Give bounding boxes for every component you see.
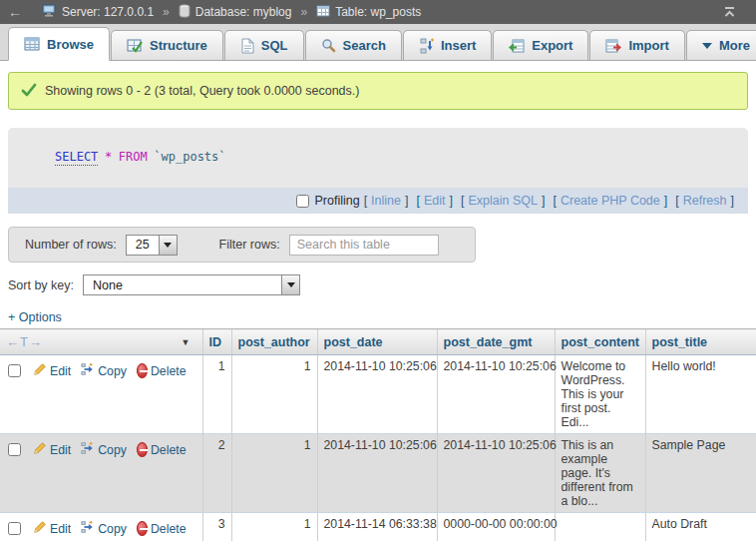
tab-insert[interactable]: Insert xyxy=(403,30,492,60)
edit-pencil-icon[interactable] xyxy=(33,520,47,537)
bracket: ] xyxy=(731,194,734,208)
tab-label: Search xyxy=(343,38,386,53)
table-row: Edit Copy Delete 1 1 2014-11-10 10:25:06… xyxy=(0,355,756,434)
cell-post-date-gmt: 0000-00-00 00:00:00 xyxy=(437,513,555,541)
breadcrumb-database[interactable]: Database: myblog xyxy=(179,4,292,21)
server-icon xyxy=(42,4,57,21)
tab-more[interactable]: More xyxy=(686,30,756,60)
tab-import[interactable]: Import xyxy=(589,30,684,60)
tab-bar: Browse Structure SQL Search Insert Expor… xyxy=(0,24,756,61)
copy-row-link[interactable]: Copy xyxy=(98,522,127,536)
breadcrumb-server[interactable]: Server: 127.0.0.1 xyxy=(42,4,154,21)
cell-post-date-gmt: 2014-11-10 10:25:06 xyxy=(437,355,555,434)
sql-table-name: `wp_posts` xyxy=(154,150,225,164)
cell-post-title: Hello world! xyxy=(645,355,756,434)
sort-key-select[interactable]: None xyxy=(83,274,300,295)
tab-browse[interactable]: Browse xyxy=(8,27,110,61)
column-reorder-handle[interactable]: ←T→ xyxy=(6,334,43,349)
edit-query-link[interactable]: Edit xyxy=(424,194,446,208)
delete-row-link[interactable]: Delete xyxy=(151,522,187,536)
tab-export[interactable]: Export xyxy=(493,30,588,60)
refresh-link[interactable]: Refresh xyxy=(683,194,727,208)
explain-sql-link[interactable]: Explain SQL xyxy=(468,194,537,208)
edit-pencil-icon[interactable] xyxy=(33,362,47,379)
success-check-icon xyxy=(21,83,37,100)
copy-row-icon[interactable] xyxy=(81,441,95,458)
sql-keyword-select: SELECT xyxy=(55,150,98,166)
cell-post-author: 1 xyxy=(231,513,317,541)
sort-options-icon[interactable]: ▼ xyxy=(182,337,190,347)
tab-sql[interactable]: SQL xyxy=(224,30,304,60)
results-table: ←T→ ▼ ID post_author post_date post_date… xyxy=(0,328,756,541)
cell-post-content: This is an example page. It's different … xyxy=(555,434,645,513)
search-icon xyxy=(321,38,336,53)
tab-label: SQL xyxy=(261,38,288,53)
tab-structure[interactable]: Structure xyxy=(111,30,223,60)
num-rows-label: Number of rows: xyxy=(25,238,117,252)
delete-row-link[interactable]: Delete xyxy=(151,443,187,457)
export-icon xyxy=(509,39,525,53)
header-row: ←T→ ▼ ID post_author post_date post_date… xyxy=(0,329,756,355)
bracket: [ xyxy=(675,194,678,208)
copy-row-icon[interactable] xyxy=(81,520,95,537)
sort-key-value: None xyxy=(84,275,281,294)
select-arrow-icon xyxy=(159,236,177,255)
row-checkbox[interactable] xyxy=(8,522,21,535)
edit-row-link[interactable]: Edit xyxy=(50,443,71,457)
cell-post-content: Welcome to WordPress. This is your first… xyxy=(555,355,645,434)
edit-pencil-icon[interactable] xyxy=(33,441,47,458)
cell-post-title: Auto Draft xyxy=(645,513,756,541)
edit-row-link[interactable]: Edit xyxy=(50,364,71,378)
profiling-checkbox[interactable] xyxy=(296,195,309,208)
row-checkbox[interactable] xyxy=(8,364,21,377)
num-rows-select[interactable]: 25 xyxy=(126,235,178,256)
browse-icon xyxy=(24,37,40,51)
insert-icon xyxy=(419,38,434,54)
tab-label: Insert xyxy=(441,38,476,53)
breadcrumb-table-label: Table: wp_posts xyxy=(335,5,421,19)
column-header-post-date[interactable]: post_date xyxy=(317,329,437,355)
bracket: [ xyxy=(553,194,556,208)
copy-row-link[interactable]: Copy xyxy=(98,364,127,378)
table-row: Edit Copy Delete 3 1 2014-11-14 06:33:38… xyxy=(0,513,756,541)
breadcrumb-database-label: Database: myblog xyxy=(195,5,292,19)
breadcrumb-table[interactable]: Table: wp_posts xyxy=(316,5,421,20)
column-header-post-content[interactable]: post_content xyxy=(555,329,645,355)
bracket: ] xyxy=(664,194,667,208)
delete-row-link[interactable]: Delete xyxy=(151,364,187,378)
column-header-post-author[interactable]: post_author xyxy=(231,329,317,355)
row-checkbox[interactable] xyxy=(8,443,21,456)
delete-row-icon[interactable] xyxy=(137,442,148,457)
back-arrow-icon[interactable]: ← xyxy=(8,4,22,20)
delete-row-icon[interactable] xyxy=(137,363,148,378)
cell-id: 2 xyxy=(202,434,231,513)
copy-row-link[interactable]: Copy xyxy=(98,443,127,457)
bracket: ] xyxy=(542,194,545,208)
cell-post-content xyxy=(555,513,645,541)
delete-row-icon[interactable] xyxy=(137,521,148,536)
chevron-down-icon xyxy=(702,43,712,49)
filter-rows-input[interactable] xyxy=(289,235,439,256)
tab-label: Structure xyxy=(150,38,207,53)
cell-post-date: 2014-11-10 10:25:06 xyxy=(317,355,437,434)
phpmyadmin-page: ← Server: 127.0.0.1 » Database: myblog »… xyxy=(0,0,756,541)
edit-row-link[interactable]: Edit xyxy=(50,522,71,536)
sql-keyword-from: FROM xyxy=(119,150,148,164)
create-php-code-link[interactable]: Create PHP Code xyxy=(561,194,660,208)
structure-icon xyxy=(127,39,143,53)
inline-link[interactable]: Inline xyxy=(371,194,401,208)
column-header-post-title[interactable]: post_title xyxy=(645,329,756,355)
column-header-id[interactable]: ID xyxy=(202,329,231,355)
bracket: [ xyxy=(461,194,464,208)
tab-search[interactable]: Search xyxy=(305,30,402,60)
collapse-panel-icon[interactable] xyxy=(723,6,736,18)
column-header-post-date-gmt[interactable]: post_date_gmt xyxy=(437,329,555,355)
filter-rows-label: Filter rows: xyxy=(219,238,280,252)
cell-post-date: 2014-11-14 06:33:38 xyxy=(317,513,437,541)
cell-id: 3 xyxy=(202,513,231,541)
options-toggle-link[interactable]: + Options xyxy=(8,310,78,324)
sql-star: * xyxy=(105,150,112,164)
copy-row-icon[interactable] xyxy=(81,362,95,379)
sort-by-key-label: Sort by key: xyxy=(8,278,74,292)
profiling-label: Profiling xyxy=(314,194,359,208)
